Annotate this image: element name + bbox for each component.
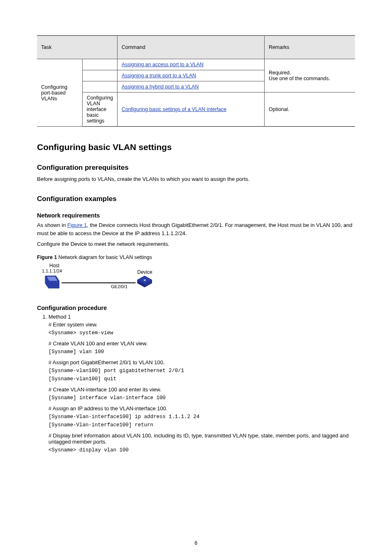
cli-block: <Sysname> system-view <box>48 329 355 337</box>
cell-task-group: Configuring port-based VLANs <box>37 59 83 127</box>
figure-caption: Figure 1 Network diagram for basic VLAN … <box>37 254 355 260</box>
cli-block: [Sysname-vlan100] port gigabitethernet 2… <box>48 367 355 383</box>
cli-block: [Sysname] interface vlan-interface 100 <box>48 394 355 402</box>
col-remarks: Remarks <box>265 36 355 59</box>
para-net-req: As shown in Figure 1, the Device connect… <box>37 221 355 238</box>
cell-spacer <box>83 70 118 81</box>
link-trunk-port[interactable]: Assigning a trunk port to a VLAN <box>122 73 196 79</box>
diagram-port-label: GE2/0/1 <box>111 284 127 289</box>
col-task: Task <box>37 36 117 59</box>
link-hybrid-port[interactable]: Assigning a hybrid port to a VLAN <box>122 84 199 90</box>
step-label: Method 1 <box>48 314 71 320</box>
config-table: Task Command Remarks Configuring port-ba… <box>37 35 355 127</box>
procedure-step-1: Method 1 # Enter system view. <Sysname> … <box>48 314 355 455</box>
cell-cmd: Assigning a trunk port to a VLAN <box>117 70 264 81</box>
cell-spacer <box>83 81 118 92</box>
figcap-bold: Figure 1 <box>37 254 57 260</box>
cell-cmd: Assigning a hybrid port to a VLAN <box>117 81 264 92</box>
cli-block: [Sysname] vlan 100 <box>48 348 355 356</box>
step-desc: # Assign port GigabitEthernet 2/0/1 to V… <box>48 359 355 365</box>
heading-basic-vlan: Configuring basic VLAN settings <box>37 142 355 152</box>
svg-text:⇄: ⇄ <box>144 279 146 282</box>
link-figure1[interactable]: Figure 1 <box>67 222 87 228</box>
diagram-host-label: Host <box>49 263 60 268</box>
step-desc: # Enter system view. <box>48 321 355 328</box>
heading-net-req: Network requirements <box>37 212 355 219</box>
cli-block: <Sysname> display vlan 100 <box>48 446 355 454</box>
heading-prereq: Configuration prerequisites <box>37 164 355 172</box>
host-icon <box>44 273 63 291</box>
device-icon: ⇄ <box>136 275 153 289</box>
step-desc: # Create VLAN-interface 100 and enter it… <box>48 386 355 393</box>
para-prereq: Before assigning ports to VLANs, create … <box>37 175 355 183</box>
cell-remarks: Optional. <box>265 92 355 127</box>
link-vlan-interface[interactable]: Configuring basic settings of a VLAN int… <box>122 106 226 112</box>
link-access-port[interactable]: Assigning an access port to a VLAN <box>122 62 203 67</box>
para-config-device: Configure the Device to meet the network… <box>37 240 355 248</box>
cell-spacer <box>83 59 118 70</box>
step-desc: # Display brief information about VLAN 1… <box>48 432 355 445</box>
page-number: 6 <box>0 540 392 546</box>
step-desc: # Assign an IP address to the VLAN-inter… <box>48 405 355 412</box>
diagram-host-ip: 1.1.1.1/24 <box>42 268 62 273</box>
cell-cmd: Configuring basic settings of a VLAN int… <box>117 92 264 127</box>
procedure-list: Method 1 # Enter system view. <Sysname> … <box>37 314 355 455</box>
diagram-device-label: Device <box>137 269 152 275</box>
heading-examples: Configuration examples <box>37 195 355 203</box>
text-span: As shown in <box>37 222 67 228</box>
figcap-rest: Network diagram for basic VLAN settings <box>57 254 152 260</box>
col-command: Command <box>117 36 264 59</box>
cell-cmd: Assigning an access port to a VLAN <box>117 59 264 70</box>
cli-block: [Sysname-Vlan-interface100] ip address 1… <box>48 413 355 429</box>
cell-task-settings: Configuring VLAN interface basic setting… <box>83 92 118 127</box>
network-diagram: Host 1.1.1.1/24 GE2/0/1 Device ⇄ <box>41 263 156 296</box>
step-desc: # Create VLAN 100 and enter VLAN view. <box>48 340 355 347</box>
heading-proc: Configuration procedure <box>37 305 355 311</box>
cell-remarks: Required. Use one of the commands. <box>265 59 355 92</box>
